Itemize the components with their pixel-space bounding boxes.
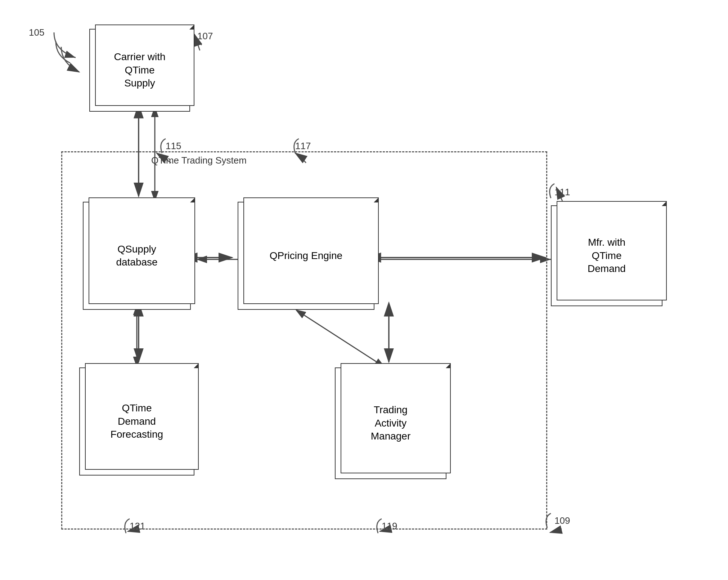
trading-box: Trading Activity Manager (335, 367, 446, 479)
demand-forecast-box: QTime Demand Forecasting (79, 367, 194, 476)
diagram-container: 105 Carrier with QTime Supply 107 QTime … (0, 0, 728, 580)
carrier-box: Carrier with QTime Supply (89, 29, 190, 112)
qsupply-box: QSupply database (83, 202, 191, 310)
ref-105: 105 (29, 27, 44, 38)
qpricing-box: QPricing Engine (238, 202, 374, 310)
mfr-box: Mfr. with QTime Demand (551, 205, 662, 306)
